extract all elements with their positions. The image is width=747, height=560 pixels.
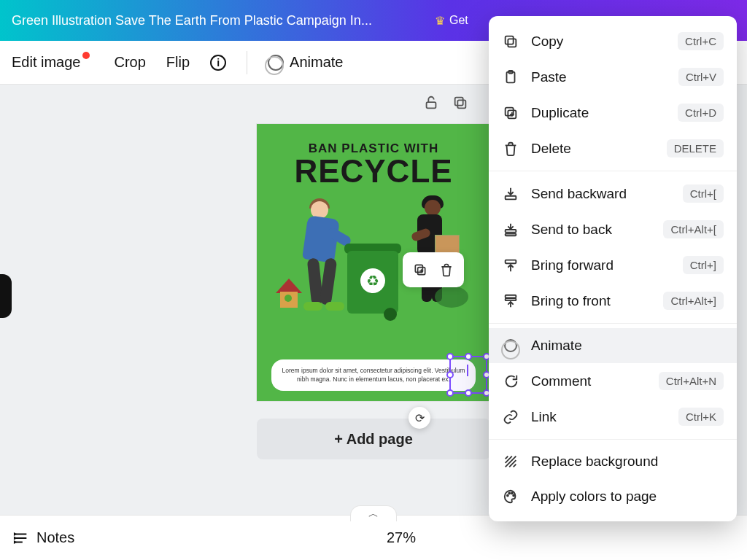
svg-rect-11 <box>506 195 516 199</box>
resize-handle-nw[interactable] <box>446 353 454 360</box>
floating-element-actions <box>403 252 464 287</box>
sync-status-icon[interactable]: ⟳ <box>409 407 430 429</box>
menu-link[interactable]: Link Ctrl+K <box>489 399 737 435</box>
menu-paste[interactable]: Paste Ctrl+V <box>489 59 737 95</box>
zoom-level[interactable]: 27% <box>387 529 416 546</box>
menu-label: Paste <box>531 69 667 85</box>
menu-shortcut: DELETE <box>667 139 724 158</box>
crop-button[interactable]: Crop <box>115 54 146 71</box>
bottom-bar: ︿ Notes 27% <box>0 515 747 560</box>
svg-rect-2 <box>455 98 463 106</box>
duplicate-icon <box>502 104 519 122</box>
notes-label: Notes <box>36 529 74 546</box>
animate-icon <box>502 337 519 354</box>
svg-rect-1 <box>457 100 465 108</box>
resize-handle-n[interactable] <box>465 353 472 360</box>
expand-panel-handle[interactable]: ︿ <box>350 505 397 521</box>
toolbar-divider <box>247 51 247 74</box>
svg-point-19 <box>511 493 513 494</box>
menu-send-to-back[interactable]: Send to back Ctrl+Alt+[ <box>489 211 737 247</box>
svg-rect-0 <box>427 102 436 108</box>
recycle-icon: ♻ <box>360 268 385 293</box>
design-title: RECYCLE <box>294 153 452 190</box>
menu-label: Bring to front <box>531 293 651 309</box>
menu-bring-to-front[interactable]: Bring to front Ctrl+Alt+] <box>489 283 737 319</box>
flip-button[interactable]: Flip <box>166 54 190 71</box>
send-backward-icon <box>502 185 519 203</box>
info-button[interactable]: i <box>210 55 226 71</box>
design-body-text[interactable]: Lorem ipsum dolor sit amet, consectetur … <box>271 359 476 391</box>
menu-shortcut: Ctrl+K <box>678 408 724 426</box>
svg-rect-6 <box>506 36 514 44</box>
hatch-icon <box>502 453 519 470</box>
add-page-button[interactable]: + Add page <box>257 419 490 459</box>
notes-icon <box>13 530 29 546</box>
text-cursor <box>467 365 468 376</box>
menu-copy[interactable]: Copy Ctrl+C <box>489 23 737 59</box>
bring-to-front-icon <box>502 292 519 310</box>
svg-rect-15 <box>506 295 516 298</box>
trash-icon <box>502 140 519 158</box>
menu-label: Bring forward <box>531 257 671 273</box>
menu-send-backward[interactable]: Send backward Ctrl+[ <box>489 176 737 211</box>
svg-rect-5 <box>508 39 516 47</box>
get-pro-button[interactable]: ♛ Get <box>435 14 468 28</box>
menu-label: Send to back <box>531 222 651 238</box>
menu-separator <box>489 323 737 324</box>
menu-label: Comment <box>531 373 647 389</box>
duplicate-element-button[interactable] <box>407 257 433 283</box>
edit-image-button[interactable]: Edit image <box>12 54 94 71</box>
selection-box[interactable] <box>449 356 487 394</box>
menu-shortcut: Ctrl+Alt+N <box>659 372 724 390</box>
menu-animate[interactable]: Animate <box>489 328 737 363</box>
menu-duplicate[interactable]: Duplicate Ctrl+D <box>489 95 737 131</box>
menu-comment[interactable]: Comment Ctrl+Alt+N <box>489 363 737 399</box>
lock-icon[interactable] <box>422 93 441 112</box>
svg-rect-14 <box>506 260 516 263</box>
menu-shortcut: Ctrl+C <box>678 32 724 50</box>
side-panel-handle[interactable] <box>0 274 12 318</box>
menu-separator <box>489 439 737 440</box>
menu-shortcut: Ctrl+D <box>678 104 724 122</box>
svg-rect-12 <box>506 230 516 233</box>
menu-label: Animate <box>531 338 724 354</box>
menu-bring-forward[interactable]: Bring forward Ctrl+] <box>489 247 737 283</box>
menu-shortcut: Ctrl+] <box>683 256 724 274</box>
bring-forward-icon <box>502 257 519 274</box>
svg-point-17 <box>507 495 508 497</box>
menu-shortcut: Ctrl+Alt+[ <box>663 220 724 238</box>
menu-separator <box>489 171 737 171</box>
comment-icon <box>502 373 519 390</box>
menu-label: Link <box>531 409 667 425</box>
menu-replace-background[interactable]: Replace background <box>489 444 737 479</box>
page-controls <box>422 93 470 112</box>
resize-handle-w[interactable] <box>446 371 454 378</box>
menu-label: Duplicate <box>531 105 666 121</box>
svg-point-18 <box>508 493 510 494</box>
menu-label: Send backward <box>531 186 671 202</box>
link-icon <box>502 408 519 426</box>
menu-label: Apply colors to page <box>531 489 724 505</box>
menu-shortcut: Ctrl+V <box>678 68 724 86</box>
copy-icon <box>502 33 519 50</box>
get-pro-label: Get <box>449 14 468 27</box>
menu-apply-colors[interactable]: Apply colors to page <box>489 479 737 514</box>
delete-element-button[interactable] <box>433 257 460 283</box>
context-menu: Copy Ctrl+C Paste Ctrl+V Duplicate Ctrl+… <box>489 16 737 521</box>
menu-delete[interactable]: Delete DELETE <box>489 131 737 166</box>
document-title[interactable]: Green Illustration Save The Earth From P… <box>12 13 420 28</box>
menu-label: Delete <box>531 141 655 157</box>
duplicate-page-icon[interactable] <box>451 93 470 112</box>
resize-handle-sw[interactable] <box>446 389 454 397</box>
menu-label: Copy <box>531 34 666 50</box>
animate-button[interactable]: Animate <box>268 54 343 71</box>
animate-icon <box>268 55 284 71</box>
menu-shortcut: Ctrl+[ <box>683 184 724 203</box>
notes-button[interactable]: Notes <box>13 529 74 546</box>
crown-icon: ♛ <box>435 14 445 28</box>
svg-point-20 <box>513 495 514 497</box>
resize-handle-s[interactable] <box>465 389 472 397</box>
menu-shortcut: Ctrl+Alt+] <box>663 292 724 310</box>
info-icon: i <box>210 55 226 71</box>
new-feature-dot-icon <box>82 52 90 59</box>
